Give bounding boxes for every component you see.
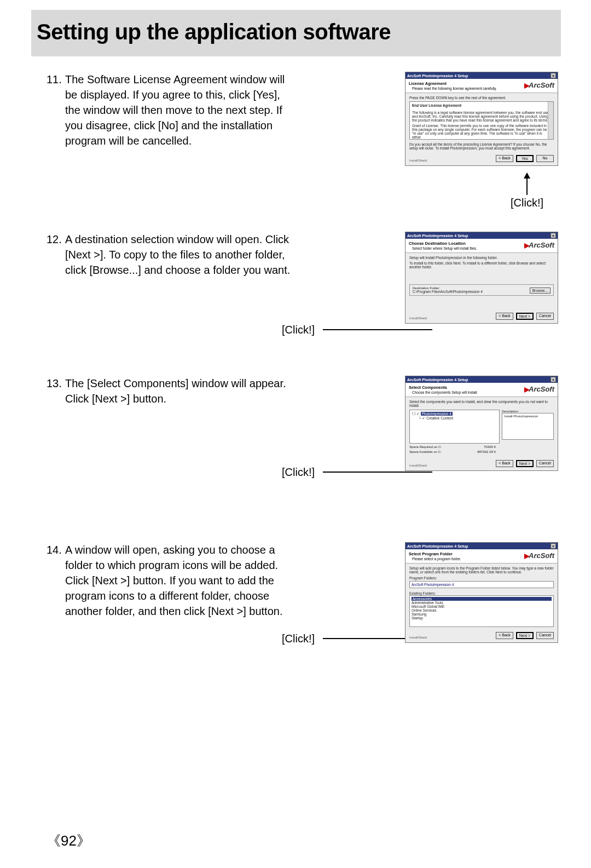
click-label-14: [Click!] <box>282 633 315 645</box>
description-box: Install PhotoImpression <box>502 413 554 440</box>
step-11-text: 11. The Software License Agreement windo… <box>47 72 296 148</box>
step-11-row: 11. The Software License Agreement windo… <box>47 72 558 166</box>
next-button[interactable]: Next > <box>516 632 534 639</box>
component-tree[interactable]: ☐ ✓ PhotoImpression 4 └ ✓ Creative Conte… <box>409 410 500 444</box>
step-12-text: 12. A destination selection window will … <box>47 232 296 278</box>
close-icon[interactable]: × <box>551 233 556 238</box>
next-button[interactable]: Next > <box>516 460 534 467</box>
next-button[interactable]: Next > <box>516 313 534 320</box>
screenshot-14: ArcSoft PhotoImpression 4 Setup × Select… <box>405 542 558 643</box>
screenshot-12: ArcSoft PhotoImpression 4 Setup × Choose… <box>405 232 558 324</box>
arcsoft-logo: ArcSoft <box>524 81 554 89</box>
arcsoft-logo: ArcSoft <box>524 385 554 393</box>
manual-page: Setting up the application software 11. … <box>0 0 591 868</box>
cancel-button[interactable]: Cancel <box>536 313 554 320</box>
components-dialog: ArcSoft PhotoImpression 4 Setup × Select… <box>405 376 558 471</box>
dialog-titlebar: ArcSoft PhotoImpression 4 Setup × <box>405 72 558 79</box>
close-icon[interactable]: × <box>551 543 556 549</box>
step-13-row: 13. The [Select Components] window will … <box>47 376 558 471</box>
step-14-text: 14. A window will open, asking you to ch… <box>47 542 296 619</box>
cancel-button[interactable]: Cancel <box>536 632 554 639</box>
back-button[interactable]: < Back <box>496 155 513 162</box>
license-dialog: ArcSoft PhotoImpression 4 Setup × Licens… <box>405 72 558 166</box>
step-12-row: 12. A destination selection window will … <box>47 232 558 324</box>
page-title: Setting up the application software <box>37 20 561 44</box>
page-number: 《92》 <box>47 831 91 850</box>
program-folder-dialog: ArcSoft PhotoImpression 4 Setup × Select… <box>405 542 558 643</box>
title-block: Setting up the application software <box>31 10 561 56</box>
click-label-12: [Click!] <box>282 324 315 336</box>
connector-line <box>323 329 432 330</box>
eula-textbox[interactable]: End User License Agreement The following… <box>409 101 554 140</box>
close-icon[interactable]: × <box>551 73 556 78</box>
screenshot-13: ArcSoft PhotoImpression 4 Setup × Select… <box>405 376 558 471</box>
back-button[interactable]: < Back <box>496 632 513 639</box>
arcsoft-logo: ArcSoft <box>524 241 554 249</box>
existing-folders-list[interactable]: Accessories Administrative Tools Microso… <box>409 595 554 627</box>
step-13-text: 13. The [Select Components] window will … <box>47 376 296 406</box>
click-label-11: [Click!] <box>511 197 543 209</box>
program-folder-input[interactable]: ArcSoft PhotoImpression 4 <box>409 581 554 588</box>
browse-button[interactable]: Browse... <box>530 288 551 294</box>
yes-button[interactable]: Yes <box>516 155 534 162</box>
back-button[interactable]: < Back <box>496 313 513 320</box>
destination-folder-box: Destination Folder C:\Program Files\ArcS… <box>409 284 554 296</box>
screenshot-11: ArcSoft PhotoImpression 4 Setup × Licens… <box>405 72 558 166</box>
arcsoft-logo: ArcSoft <box>524 551 554 560</box>
step-14-row: 14. A window will open, asking you to ch… <box>47 542 558 643</box>
cancel-button[interactable]: Cancel <box>536 460 554 467</box>
connector-line <box>323 472 432 473</box>
back-button[interactable]: < Back <box>496 460 513 467</box>
destination-dialog: ArcSoft PhotoImpression 4 Setup × Choose… <box>405 232 558 324</box>
no-button[interactable]: No <box>536 155 554 162</box>
close-icon[interactable]: × <box>551 377 556 382</box>
arrow-icon <box>526 173 528 195</box>
click-label-13: [Click!] <box>282 466 315 479</box>
